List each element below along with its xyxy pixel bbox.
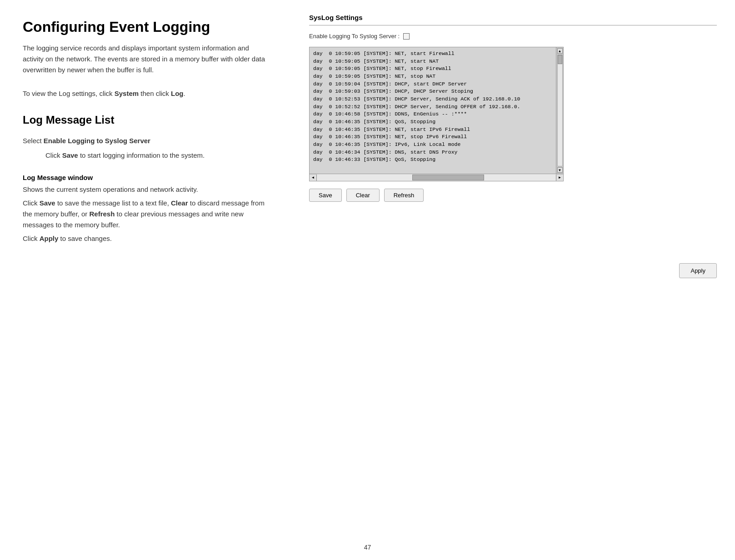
button-row: Save Clear Refresh	[309, 189, 717, 202]
log-window-desc3: Click Apply to save changes.	[23, 233, 268, 244]
clear-button[interactable]: Clear	[346, 189, 380, 202]
log-window-title: Log Message window	[23, 174, 268, 181]
h-scroll-arrow-right[interactable]: ►	[556, 175, 563, 181]
select-bold: Enable Logging to Syslog Server	[44, 137, 150, 145]
log-window-desc1: Shows the current system operations and …	[23, 184, 268, 195]
intro-text: The logging service records and displays…	[23, 43, 268, 75]
page-title: Configuring Event Logging	[23, 18, 268, 35]
select-enable-text: Select Enable Logging to Syslog Server	[23, 135, 268, 146]
h-scroll-arrow-left[interactable]: ◄	[310, 175, 317, 181]
scrollbar-up-arrow[interactable]: ▲	[557, 48, 563, 54]
log-window-refresh: Refresh	[89, 210, 115, 218]
enable-logging-checkbox[interactable]	[403, 33, 410, 40]
click-save-prefix: Click	[45, 151, 62, 159]
view-log-suffix: .	[184, 90, 185, 97]
click-save-text: Click Save to start logging information …	[23, 150, 268, 161]
log-window-save: Save	[40, 199, 55, 207]
log-window-desc2-middle: to save the message list to a text file,	[55, 199, 171, 207]
scrollbar-track[interactable]	[557, 55, 563, 166]
click-save-bold: Save	[62, 151, 78, 159]
left-panel: Configuring Event Logging The logging se…	[0, 0, 291, 560]
view-log-prefix: To view the Log settings, click	[23, 90, 115, 97]
view-log-log: Log	[171, 90, 184, 97]
log-window-desc3-suffix: to save changes.	[58, 235, 112, 242]
click-save-suffix: to start logging information to the syst…	[78, 151, 205, 159]
log-window-desc3-prefix: Click	[23, 235, 40, 242]
h-scroll-thumb[interactable]	[412, 175, 484, 180]
refresh-button[interactable]: Refresh	[384, 189, 424, 202]
scrollbar-thumb[interactable]	[558, 55, 562, 64]
enable-logging-label: Enable Logging To Syslog Server :	[309, 33, 400, 40]
apply-button[interactable]: Apply	[679, 263, 717, 278]
h-scroll-track[interactable]	[317, 174, 556, 181]
right-panel: SysLog Settings Enable Logging To Syslog…	[291, 0, 735, 560]
syslog-settings-title: SysLog Settings	[309, 14, 717, 21]
view-log-text: To view the Log settings, click System t…	[23, 88, 268, 99]
scrollbar-down-arrow[interactable]: ▼	[557, 167, 563, 173]
log-content: day 0 10:59:05 [SYSTEM]: NET, start Fire…	[310, 47, 556, 174]
select-prefix: Select	[23, 137, 44, 145]
enable-logging-row: Enable Logging To Syslog Server :	[309, 33, 717, 40]
view-log-middle: then click	[139, 90, 171, 97]
apply-button-container: Apply	[679, 263, 717, 278]
settings-divider	[309, 25, 717, 25]
log-message-list-title: Log Message List	[23, 114, 268, 126]
log-window-desc2: Click Save to save the message list to a…	[23, 198, 268, 230]
save-button[interactable]: Save	[309, 189, 342, 202]
log-scrollbar[interactable]: ▲ ▼	[556, 47, 563, 174]
log-window-apply: Apply	[40, 235, 59, 242]
log-window-desc2-prefix: Click	[23, 199, 40, 207]
intro-text-content: The logging service records and displays…	[23, 44, 265, 74]
log-message-area: day 0 10:59:05 [SYSTEM]: NET, start Fire…	[309, 47, 564, 174]
log-window-clear: Clear	[171, 199, 188, 207]
horizontal-scroll-area[interactable]: ◄ ►	[309, 174, 564, 181]
view-log-system: System	[115, 90, 139, 97]
